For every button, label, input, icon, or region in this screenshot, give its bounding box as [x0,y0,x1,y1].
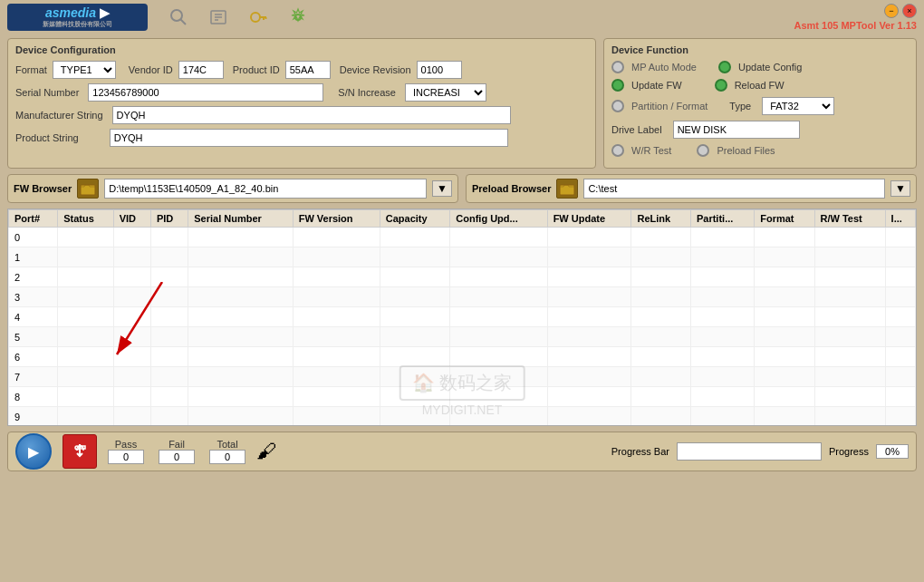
fw-browser-path[interactable] [104,179,427,199]
table-row: 6 [9,347,916,367]
col-serial: Serial Number [188,210,293,228]
fail-stat: Fail 0 [159,439,195,464]
format-dropdown[interactable]: TYPE1 [53,61,116,79]
fw-browser-icon[interactable] [77,179,99,199]
fw-browse-dropdown[interactable]: ▼ [432,180,452,197]
update-config-radio[interactable] [718,61,731,73]
fw-browser-panel: FW Browser ▼ [7,174,458,203]
mp-auto-mode-radio[interactable] [611,61,624,73]
config-row-3: Manufacturer String [15,106,588,124]
svg-line-1 [181,20,187,25]
preload-browser-title: Preload Browser [472,183,551,194]
fail-label: Fail [168,439,185,450]
drive-label-input[interactable] [673,121,800,139]
drive-label-label: Drive Label [611,124,662,135]
partition-format-radio[interactable] [611,100,624,112]
col-rw-test: R/W Test [814,210,885,228]
device-revision-label: Device Revision [340,64,411,75]
format-label: Format [15,64,47,75]
wr-test-label: W/R Test [631,145,671,156]
col-relink: ReLink [631,210,690,228]
edit-icon[interactable] [206,5,231,30]
table-row: 4 [9,307,916,327]
brush-icon[interactable]: 🖌 [256,440,276,463]
browser-row: FW Browser ▼ Preload Browser ▼ [7,174,917,203]
svg-point-0 [171,10,182,21]
settings-icon[interactable] [285,5,311,30]
progress-group: Progress Bar Progress 0% [611,442,909,461]
minimize-button[interactable]: − [884,4,899,18]
play-button[interactable]: ▶ [15,433,52,470]
device-revision-input[interactable] [417,61,462,79]
progress-pct-label: Progress [829,446,869,457]
device-config-title: Device Configuration [15,44,588,55]
bottom-bar: ▶ Pass 0 Fail 0 Total 0 [7,432,917,471]
func-row-2: Update FW Reload FW [611,79,909,92]
pass-stat: Pass 0 [108,439,144,464]
preload-browser-path[interactable] [583,179,885,199]
search-icon[interactable] [166,5,191,30]
app-logo: asmedia ▶ 新媒體科技股份有限公司 [7,4,148,31]
preload-browse-dropdown[interactable]: ▼ [890,180,910,197]
logo-sub: 新媒體科技股份有限公司 [43,20,112,29]
product-string-label: Product String [15,132,79,143]
toolbar [166,5,311,30]
col-pid: PID [150,210,188,228]
device-function-panel: Device Function MP Auto Mode Update Conf… [603,38,917,169]
table-container[interactable]: Port# Status VID PID Serial Number FW Ve… [7,209,917,426]
product-id-input[interactable] [285,61,331,79]
svg-rect-11 [81,185,95,195]
reload-fw-radio[interactable] [715,79,727,92]
col-capacity: Capacity [380,210,450,228]
func-row-1: MP Auto Mode Update Config [611,61,909,73]
table-row: 1 [9,247,916,267]
vendor-id-label: Vendor ID [129,64,173,75]
config-row-1: Format TYPE1 Vendor ID Product ID Device… [15,61,588,79]
manufacturer-input[interactable] [112,106,511,124]
preload-browser-icon[interactable] [556,179,578,199]
update-fw-label: Update FW [631,80,682,91]
sn-increase-label: S/N Increase [338,87,396,98]
col-vid: VID [113,210,150,228]
partition-format-label: Partition / Format [631,101,707,112]
update-fw-radio[interactable] [611,79,624,92]
svg-point-6 [251,13,260,22]
key-icon[interactable] [245,5,271,30]
preload-files-label: Preload Files [717,145,775,156]
update-config-label: Update Config [738,62,802,73]
main-content: Device Configuration Format TYPE1 Vendor… [0,34,924,475]
table-wrapper: Port# Status VID PID Serial Number FW Ve… [7,209,917,426]
col-port: Port# [9,210,58,228]
col-partiti: Partiti... [690,210,754,228]
serial-number-label: Serial Number [15,87,79,98]
serial-number-input[interactable] [88,83,323,102]
usb-button[interactable] [63,434,97,469]
table-row: 7 [9,367,916,387]
total-label: Total [217,439,237,450]
product-string-input[interactable] [110,129,508,147]
preload-files-radio[interactable] [697,144,709,157]
reload-fw-label: Reload FW [735,80,784,91]
func-row-3: Partition / Format Type FAT32 [611,97,909,115]
table-row: 0 [9,228,916,247]
table-row: 8 [9,387,916,407]
progress-bar-label: Progress Bar [611,446,669,457]
config-row-2: Serial Number S/N Increase INCREASI [15,83,588,102]
stats-group: Pass 0 Fail 0 Total 0 [108,439,245,464]
drive-label-row: Drive Label [611,121,909,139]
top-panels: Device Configuration Format TYPE1 Vendor… [7,38,917,169]
pass-label: Pass [115,439,137,450]
table-row: 3 [9,287,916,307]
type-dropdown[interactable]: FAT32 [762,97,834,115]
table-row: 5 [9,327,916,347]
logo-text: asmedia [45,5,96,20]
wr-test-radio[interactable] [611,144,624,157]
fw-browser-title: FW Browser [14,183,72,194]
close-button[interactable]: × [902,4,917,18]
sn-increase-dropdown[interactable]: INCREASI [405,83,486,102]
vendor-id-input[interactable] [178,61,224,79]
manufacturer-label: Manufacturer String [15,110,103,121]
col-config-upd: Config Upd... [450,210,547,228]
fail-value: 0 [159,450,195,464]
data-table: Port# Status VID PID Serial Number FW Ve… [8,209,916,426]
